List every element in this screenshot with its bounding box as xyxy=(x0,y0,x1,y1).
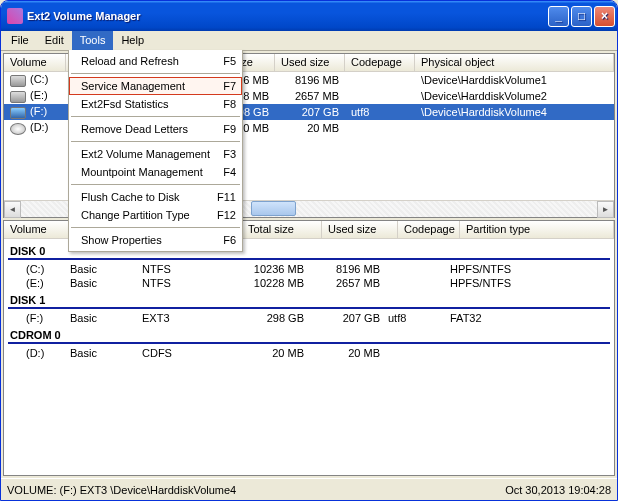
menu-label: Ext2Fsd Statistics xyxy=(81,98,213,110)
codepage-cell xyxy=(384,263,446,275)
menu-service-management[interactable]: Service ManagementF7 xyxy=(69,77,242,95)
disk-header[interactable]: CDROM 0 xyxy=(8,325,610,344)
menu-flush-cache[interactable]: Flush Cache to DiskF11 xyxy=(69,188,242,206)
window-buttons: _ □ × xyxy=(548,6,615,27)
ptype-cell: FAT32 xyxy=(446,312,610,324)
close-button[interactable]: × xyxy=(594,6,615,27)
menu-label: Remove Dead Letters xyxy=(81,123,213,135)
menu-label: Ext2 Volume Management xyxy=(81,148,213,160)
menu-separator xyxy=(71,73,240,74)
col-partition-type[interactable]: Partition type xyxy=(460,221,614,238)
menu-label: Change Partition Type xyxy=(81,209,207,221)
drive-letter: (E:) xyxy=(30,89,48,101)
maximize-button[interactable]: □ xyxy=(571,6,592,27)
menu-label: Service Management xyxy=(81,80,213,92)
scroll-left-button[interactable]: ◄ xyxy=(4,201,21,218)
menu-shortcut: F6 xyxy=(213,234,236,246)
ptype-cell: HPFS/NTFS xyxy=(446,277,610,289)
menu-tools[interactable]: Tools xyxy=(72,31,114,50)
codepage-cell xyxy=(384,277,446,289)
drive-cell: (D:) xyxy=(8,347,66,359)
drive-cell: (E:) xyxy=(8,277,66,289)
col-codepage[interactable]: Codepage xyxy=(398,221,460,238)
physical-cell: \Device\HarddiskVolume4 xyxy=(415,105,614,119)
ptype-cell: HPFS/NTFS xyxy=(446,263,610,275)
col-physical-object[interactable]: Physical object xyxy=(415,54,614,71)
type-cell: Basic xyxy=(66,312,138,324)
drive-letter: (C:) xyxy=(30,73,48,85)
partition-row[interactable]: (C:) Basic NTFS 10236 MB 8196 MB HPFS/NT… xyxy=(8,262,610,276)
minimize-button[interactable]: _ xyxy=(548,6,569,27)
total-cell: 10228 MB xyxy=(228,277,308,289)
volume-cell: (F:) xyxy=(4,104,66,119)
menu-shortcut: F7 xyxy=(213,80,236,92)
physical-cell: \Device\HarddiskVolume1 xyxy=(415,73,614,87)
drive-cell: (C:) xyxy=(8,263,66,275)
partition-row[interactable]: (E:) Basic NTFS 10228 MB 2657 MB HPFS/NT… xyxy=(8,276,610,290)
used-cell: 207 GB xyxy=(275,105,345,119)
menu-separator xyxy=(71,116,240,117)
menu-label: Mountpoint Management xyxy=(81,166,213,178)
col-codepage[interactable]: Codepage xyxy=(345,54,415,71)
menu-change-partition-type[interactable]: Change Partition TypeF12 xyxy=(69,206,242,224)
menu-shortcut: F5 xyxy=(213,55,236,67)
volume-cell: (E:) xyxy=(4,88,66,103)
menu-reload-refresh[interactable]: Reload and RefreshF5 xyxy=(69,52,242,70)
codepage-cell xyxy=(345,127,415,129)
scroll-thumb[interactable] xyxy=(251,201,296,216)
cdrom-icon xyxy=(10,123,26,135)
col-volume[interactable]: Volume xyxy=(4,54,66,71)
menu-shortcut: F12 xyxy=(207,209,236,221)
menu-ext2fsd-statistics[interactable]: Ext2Fsd StatisticsF8 xyxy=(69,95,242,113)
col-used-size[interactable]: Used size xyxy=(322,221,398,238)
used-cell: 20 MB xyxy=(275,121,345,135)
fs-cell: CDFS xyxy=(138,347,228,359)
menu-shortcut: F8 xyxy=(213,98,236,110)
codepage-cell xyxy=(345,95,415,97)
partition-row[interactable]: (F:) Basic EXT3 298 GB 207 GB utf8 FAT32 xyxy=(8,311,610,325)
scroll-right-button[interactable]: ► xyxy=(597,201,614,218)
fs-cell: NTFS xyxy=(138,277,228,289)
menu-mountpoint-management[interactable]: Mountpoint ManagementF4 xyxy=(69,163,242,181)
menu-show-properties[interactable]: Show PropertiesF6 xyxy=(69,231,242,249)
col-total-size[interactable]: Total size xyxy=(242,221,322,238)
menu-help[interactable]: Help xyxy=(113,31,152,50)
menu-shortcut: F9 xyxy=(213,123,236,135)
used-cell: 2657 MB xyxy=(308,277,384,289)
partition-row[interactable]: (D:) Basic CDFS 20 MB 20 MB xyxy=(8,346,610,360)
harddisk-icon xyxy=(10,91,26,103)
harddisk-icon xyxy=(10,75,26,87)
menu-remove-dead-letters[interactable]: Remove Dead LettersF9 xyxy=(69,120,242,138)
volume-cell: (C:) xyxy=(4,72,66,87)
menu-ext2-volume-management[interactable]: Ext2 Volume ManagementF3 xyxy=(69,145,242,163)
volume-cell: (D:) xyxy=(4,120,66,135)
total-cell: 20 MB xyxy=(228,347,308,359)
menu-label: Reload and Refresh xyxy=(81,55,213,67)
type-cell: Basic xyxy=(66,277,138,289)
menu-shortcut: F3 xyxy=(213,148,236,160)
type-cell: Basic xyxy=(66,347,138,359)
type-cell: Basic xyxy=(66,263,138,275)
used-cell: 2657 MB xyxy=(275,89,345,103)
drive-letter: (D:) xyxy=(30,121,48,133)
physical-cell xyxy=(415,127,614,129)
col-used-size[interactable]: Used size xyxy=(275,54,345,71)
title-bar[interactable]: Ext2 Volume Manager _ □ × xyxy=(1,1,617,31)
menu-edit[interactable]: Edit xyxy=(37,31,72,50)
total-cell: 10236 MB xyxy=(228,263,308,275)
menu-label: Flush Cache to Disk xyxy=(81,191,207,203)
used-cell: 20 MB xyxy=(308,347,384,359)
disks-list: DISK 0 (C:) Basic NTFS 10236 MB 8196 MB … xyxy=(4,239,614,475)
used-cell: 207 GB xyxy=(308,312,384,324)
drive-cell: (F:) xyxy=(8,312,66,324)
status-bar: VOLUME: (F:) EXT3 \Device\HarddiskVolume… xyxy=(1,478,617,500)
menu-file[interactable]: File xyxy=(3,31,37,50)
codepage-cell: utf8 xyxy=(345,105,415,119)
app-icon xyxy=(7,8,23,24)
codepage-cell: utf8 xyxy=(384,312,446,324)
codepage-cell xyxy=(384,347,446,359)
disk-header[interactable]: DISK 1 xyxy=(8,290,610,309)
menu-bar: File Edit Tools Help xyxy=(1,31,617,51)
total-cell: 298 GB xyxy=(228,312,308,324)
menu-separator xyxy=(71,184,240,185)
